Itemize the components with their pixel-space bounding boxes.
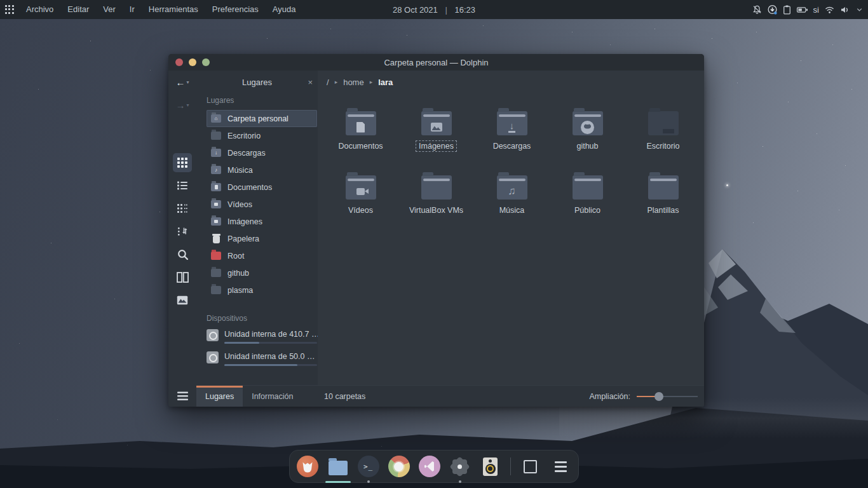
clock-time[interactable]: 16:23 — [454, 5, 475, 15]
places-section-label: Lugares — [207, 96, 318, 105]
tab-lugares[interactable]: Lugares — [196, 386, 243, 407]
places-panel-close-icon[interactable]: × — [308, 71, 313, 93]
sidebar-item-imagenes[interactable]: Imágenes — [207, 213, 317, 230]
folder-label: Descargas — [490, 140, 534, 152]
keyboard-layout-indicator[interactable]: si — [813, 5, 820, 15]
sidebar-item-plasma[interactable]: plasma — [207, 281, 317, 299]
tray-expander-chevron-down-icon[interactable] — [855, 5, 864, 15]
folder-github[interactable]: github — [550, 100, 625, 164]
dock-firefox[interactable] — [297, 454, 318, 478]
sidebar-item-root[interactable]: Root — [207, 247, 317, 264]
sort-button[interactable] — [173, 222, 192, 241]
search-button[interactable] — [173, 245, 192, 264]
hamburger-menu-icon — [555, 461, 567, 472]
device-item-internal-410[interactable]: Unidad interna de 410.7 … — [207, 328, 318, 344]
folder-icon-desktop — [648, 111, 679, 135]
dock-code-editor[interactable] — [419, 454, 440, 478]
show-desktop-icon — [524, 460, 537, 473]
folder-documentos[interactable]: Documentos — [323, 100, 398, 164]
folder-publico[interactable]: Público — [550, 164, 625, 228]
dock-file-manager[interactable] — [327, 454, 349, 478]
sidebar-item-musica[interactable]: ♪ Música — [207, 161, 317, 179]
sidebar-item-videos[interactable]: Vídeos — [207, 196, 317, 213]
bright-star — [726, 184, 728, 186]
folder-icon — [211, 269, 221, 277]
compact-view-button[interactable] — [173, 199, 192, 218]
folder-icon-music: ♫ — [497, 175, 527, 200]
breadcrumb-separator-icon: ▸ — [370, 79, 373, 85]
zoom-slider[interactable] — [637, 392, 698, 401]
volume-icon[interactable] — [839, 4, 850, 15]
details-view-button[interactable] — [173, 176, 192, 195]
dock-app-menu[interactable] — [550, 454, 572, 478]
sidebar-item-label: Música — [227, 166, 253, 175]
menu-ver[interactable]: Ver — [96, 0, 123, 19]
menu-archivo[interactable]: Archivo — [19, 0, 60, 19]
icons-view-button[interactable] — [173, 153, 192, 172]
firefox-icon — [297, 456, 318, 477]
settings-gear-icon — [449, 456, 471, 477]
dock-web-browser[interactable] — [388, 454, 410, 478]
app-launcher-button[interactable] — [0, 0, 19, 19]
folder-label: VirtualBox VMs — [406, 205, 466, 216]
preview-button[interactable] — [173, 290, 192, 309]
folder-musica[interactable]: ♫ Música — [474, 164, 550, 228]
menu-editar[interactable]: Editar — [60, 0, 96, 19]
desktop-folder-icon — [211, 132, 221, 140]
device-item-internal-50[interactable]: Unidad interna de 50.0 … — [207, 350, 318, 366]
folder-imagenes[interactable]: Imágenes — [398, 100, 474, 164]
menu-preferencias[interactable]: Preferencias — [205, 0, 266, 19]
breadcrumb-root[interactable]: / — [327, 78, 329, 87]
menu-ayuda[interactable]: Ayuda — [266, 0, 303, 19]
device-label: Unidad interna de 410.7 … — [224, 330, 318, 339]
file-manager-icon — [329, 461, 348, 475]
folder-icon-pictures — [421, 111, 452, 135]
sidebar-item-escritorio[interactable]: Escritorio — [207, 127, 317, 144]
menu-ir[interactable]: Ir — [123, 0, 142, 19]
dock-media-player[interactable] — [480, 454, 501, 478]
image-preview-icon — [177, 295, 188, 305]
back-button[interactable]: ← ▾ — [168, 71, 196, 93]
folder-icon — [211, 286, 221, 294]
sidebar-item-papelera[interactable]: Papelera — [207, 230, 317, 247]
trash-icon — [212, 234, 220, 243]
battery-icon[interactable] — [796, 4, 808, 15]
split-view-button[interactable] — [173, 268, 192, 287]
dock-show-desktop[interactable] — [520, 454, 541, 478]
back-dropdown-icon[interactable]: ▾ — [186, 79, 189, 85]
folder-label: Plantillas — [644, 205, 682, 216]
sidebar-item-github[interactable]: github — [207, 264, 317, 281]
clock-date[interactable]: 28 Oct 2021 — [393, 5, 438, 15]
places-panel-title: Lugares — [196, 78, 318, 87]
window-titlebar[interactable]: Carpeta personal — Dolphin — [168, 54, 704, 71]
folder-count: 10 carpetas — [324, 392, 365, 401]
breadcrumb-separator-icon: ▸ — [335, 79, 338, 85]
folder-grid: Documentos Imágenes ↓ Descargas github E… — [318, 93, 704, 385]
zoom-slider-handle[interactable] — [654, 392, 663, 401]
folder-plantillas[interactable]: Plantillas — [625, 164, 701, 228]
folder-descargas[interactable]: ↓ Descargas — [474, 100, 550, 164]
folder-virtualbox-vms[interactable]: VirtualBox VMs — [398, 164, 474, 228]
dock-terminal[interactable]: >_ — [358, 454, 379, 478]
folder-icon-plain — [648, 175, 679, 200]
breadcrumb-home[interactable]: home — [343, 78, 364, 87]
menu-herramientas[interactable]: Herramientas — [142, 0, 205, 19]
places-panel: Lugares × Lugares ⌂ Carpeta personal Esc… — [196, 71, 318, 407]
forward-button[interactable]: → ▾ — [168, 93, 196, 116]
sidebar-item-descargas[interactable]: ↓ Descargas — [207, 144, 317, 161]
tab-informacion[interactable]: Información — [243, 386, 302, 407]
folder-label: Público — [571, 205, 604, 216]
sidebar-item-carpeta-personal[interactable]: ⌂ Carpeta personal — [207, 110, 317, 127]
wifi-icon[interactable] — [824, 4, 835, 15]
sidebar-item-documentos[interactable]: Documentos — [207, 179, 317, 196]
breadcrumb-current[interactable]: lara — [378, 78, 393, 87]
notifications-bell-icon[interactable] — [752, 4, 763, 15]
folder-escritorio[interactable]: Escritorio — [625, 100, 701, 164]
clipboard-icon[interactable] — [782, 4, 792, 15]
dock-separator — [510, 458, 511, 475]
folder-videos[interactable]: Vídeos — [323, 164, 398, 228]
sidebar-item-label: Papelera — [227, 234, 259, 243]
updates-icon[interactable] — [767, 4, 778, 15]
panel-menu-hamburger-icon[interactable] — [177, 391, 189, 401]
dock-settings[interactable] — [449, 454, 471, 478]
